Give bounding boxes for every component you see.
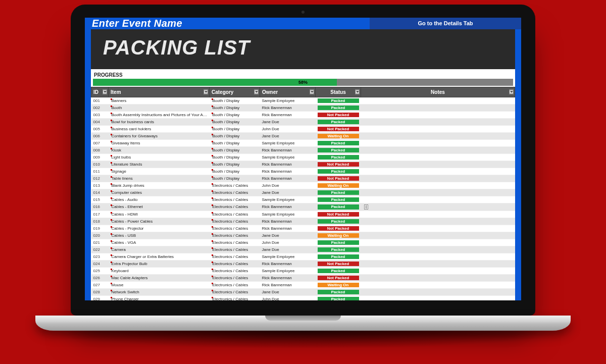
status-badge[interactable]: Packed: [318, 141, 359, 145]
cell-item[interactable]: Camera: [109, 246, 210, 253]
cell-id[interactable]: 013: [91, 182, 109, 189]
event-name-input[interactable]: Enter Event Name: [85, 18, 370, 29]
cell-status[interactable]: Not Packed: [316, 125, 361, 132]
cell-notes[interactable]: [361, 288, 515, 295]
cell-status[interactable]: Packed: [316, 118, 361, 125]
cell-status[interactable]: Waiting On: [316, 232, 361, 239]
cell-notes[interactable]: [361, 153, 515, 161]
cell-item[interactable]: Cables - Power Cables: [109, 218, 210, 225]
cell-category[interactable]: Electronics / Cables: [210, 253, 260, 260]
table-row[interactable]: 010Literature StandsBooth / DisplayRick …: [91, 161, 515, 168]
status-badge[interactable]: Not Packed: [318, 162, 359, 167]
cell-category[interactable]: Electronics / Cables: [210, 225, 260, 232]
cell-status[interactable]: Not Packed: [316, 225, 361, 232]
cell-item[interactable]: Cables - HDMI: [109, 211, 210, 218]
status-badge[interactable]: Packed: [318, 204, 359, 210]
cell-status[interactable]: Packed: [316, 239, 361, 246]
filter-icon[interactable]: [103, 90, 107, 94]
cell-owner[interactable]: Rick Bannerman: [260, 274, 316, 281]
cell-category[interactable]: Booth / Display: [210, 125, 260, 132]
col-header-notes[interactable]: Notes: [361, 87, 515, 97]
cell-id[interactable]: 018: [91, 218, 109, 225]
cell-item[interactable]: Booth Assembly Instructions and Pictures…: [109, 111, 210, 118]
table-row[interactable]: 029Phone ChargerElectronics / CablesJohn…: [91, 295, 515, 300]
cell-category[interactable]: Electronics / Cables: [210, 239, 260, 246]
cell-item[interactable]: Extra Projector Bulb: [109, 260, 210, 267]
status-badge[interactable]: Waiting On: [318, 183, 359, 188]
cell-item[interactable]: Table linens: [109, 175, 210, 182]
cell-id[interactable]: 011: [91, 168, 109, 175]
cell-owner[interactable]: Rick Bannerman: [260, 111, 316, 118]
cell-notes[interactable]: [361, 125, 515, 132]
cell-notes[interactable]: [361, 196, 515, 203]
cell-category[interactable]: Electronics / Cables: [210, 274, 260, 281]
status-badge[interactable]: Packed: [318, 155, 359, 160]
cell-status[interactable]: Packed: [316, 196, 361, 203]
cell-category[interactable]: Electronics / Cables: [210, 218, 260, 225]
status-badge[interactable]: Waiting On: [318, 134, 359, 138]
cell-owner[interactable]: Rick Bannerman: [260, 218, 316, 225]
cell-status[interactable]: Packed: [316, 203, 361, 211]
cell-item[interactable]: Mac Cable Adapters: [109, 274, 210, 281]
cell-id[interactable]: 020: [91, 232, 109, 239]
cell-item[interactable]: Blank Jump drives: [109, 182, 210, 189]
cell-category[interactable]: Booth / Display: [210, 97, 260, 104]
cell-status[interactable]: Packed: [316, 139, 361, 146]
table-row[interactable]: 009Light bulbsBooth / DisplaySample Empl…: [91, 153, 515, 161]
cell-item[interactable]: Network Switch: [109, 288, 210, 295]
cell-id[interactable]: 007: [91, 139, 109, 146]
status-badge[interactable]: Packed: [318, 106, 359, 110]
filter-icon[interactable]: [310, 90, 314, 94]
cell-item[interactable]: Camera Charger or Extra Batteries: [109, 253, 210, 260]
col-header-status[interactable]: Status: [316, 87, 361, 97]
cell-category[interactable]: Booth / Display: [210, 104, 260, 111]
cell-notes[interactable]: [361, 97, 515, 104]
cell-notes[interactable]: [361, 218, 515, 225]
cell-owner[interactable]: Sample Employee: [260, 196, 316, 203]
cell-notes[interactable]: [361, 168, 515, 175]
cell-status[interactable]: Packed: [316, 246, 361, 253]
cell-owner[interactable]: John Doe: [260, 295, 316, 300]
cell-notes[interactable]: [361, 211, 515, 218]
cell-notes[interactable]: [361, 104, 515, 111]
status-badge[interactable]: Packed: [318, 120, 359, 124]
status-badge[interactable]: Packed: [318, 297, 359, 300]
cell-owner[interactable]: Jane Doe: [260, 288, 316, 295]
table-row[interactable]: 023Camera Charger or Extra BatteriesElec…: [91, 253, 515, 260]
cell-item[interactable]: Cables - Audio: [109, 196, 210, 203]
cell-category[interactable]: Electronics / Cables: [210, 260, 260, 267]
cell-status[interactable]: Not Packed: [316, 175, 361, 182]
cell-status[interactable]: Packed: [316, 253, 361, 260]
cell-status[interactable]: Not Packed: [316, 211, 361, 218]
cell-status[interactable]: Waiting On: [316, 281, 361, 288]
table-row[interactable]: 014Computer cablesElectronics / CablesJa…: [91, 189, 515, 196]
cell-owner[interactable]: Jane Doe: [260, 232, 316, 239]
table-row[interactable]: 025KeyboardElectronics / CablesSample Em…: [91, 267, 515, 274]
cell-notes[interactable]: [361, 189, 515, 196]
cell-id[interactable]: 024: [91, 260, 109, 267]
cell-owner[interactable]: John Doe: [260, 125, 316, 132]
cell-item[interactable]: Kiosk: [109, 146, 210, 153]
cell-item[interactable]: Giveaway Items: [109, 139, 210, 146]
cell-status[interactable]: Waiting On: [316, 182, 361, 189]
cell-id[interactable]: 021: [91, 239, 109, 246]
cell-owner[interactable]: Jane Doe: [260, 118, 316, 125]
cell-owner[interactable]: Jane Doe: [260, 189, 316, 196]
cell-owner[interactable]: Rick Bannerman: [260, 225, 316, 232]
cell-category[interactable]: Electronics / Cables: [210, 211, 260, 218]
cell-notes[interactable]: [361, 203, 515, 211]
cell-owner[interactable]: Sample Employee: [260, 97, 316, 104]
cell-notes[interactable]: [361, 281, 515, 288]
cell-owner[interactable]: Rick Bannerman: [260, 260, 316, 267]
status-badge[interactable]: Packed: [318, 290, 359, 294]
status-badge[interactable]: Packed: [318, 219, 359, 224]
cell-category[interactable]: Electronics / Cables: [210, 203, 260, 211]
cell-category[interactable]: Booth / Display: [210, 175, 260, 182]
cell-status[interactable]: Packed: [316, 97, 361, 104]
cell-id[interactable]: 028: [91, 288, 109, 295]
table-row[interactable]: 019Cables - ProjectorElectronics / Cable…: [91, 225, 515, 232]
cell-category[interactable]: Electronics / Cables: [210, 267, 260, 274]
status-badge[interactable]: Packed: [318, 240, 359, 245]
status-badge[interactable]: Not Packed: [318, 176, 359, 181]
cell-owner[interactable]: Rick Bannerman: [260, 168, 316, 175]
